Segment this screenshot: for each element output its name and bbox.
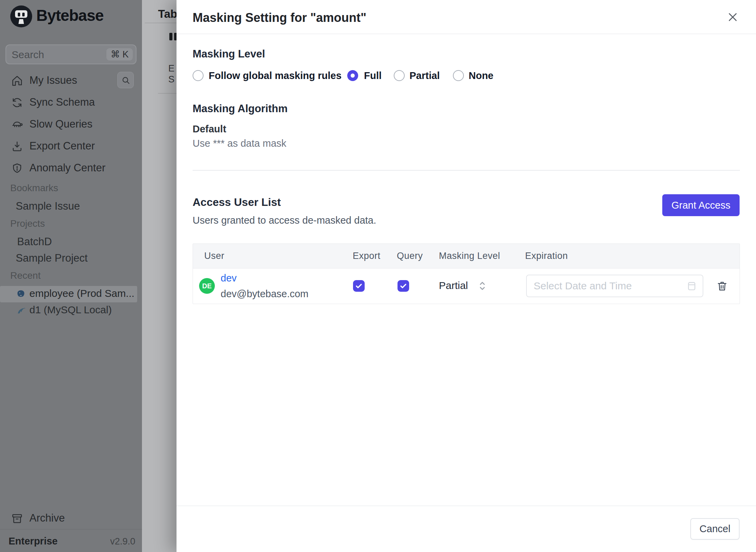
query-checkbox[interactable] <box>397 280 409 292</box>
col-header-user: User <box>204 251 224 261</box>
issue-search-button[interactable] <box>117 72 134 88</box>
access-user-list-description: Users granted to access de-masked data. <box>193 215 376 226</box>
calendar-icon <box>686 280 697 291</box>
underlay-label-e: E <box>168 63 174 74</box>
sidebar-item-d1-db[interactable]: d1 (MySQL Local) <box>29 304 112 316</box>
turtle-icon <box>11 119 23 130</box>
access-user-list-heading: Access User List <box>193 196 281 209</box>
col-header-expiration: Expiration <box>525 251 568 261</box>
expiration-date-input[interactable]: Select Date and Time <box>526 275 703 297</box>
footer-divider <box>177 505 756 506</box>
underlay-label-s: S <box>168 74 174 85</box>
table-header-row: User Export Query Masking Level Expirati… <box>193 244 740 268</box>
grant-access-button[interactable]: Grant Access <box>662 194 740 216</box>
mysql-icon <box>16 305 27 316</box>
col-header-masking-level: Masking Level <box>439 251 500 261</box>
underlay-divider-2 <box>158 93 177 94</box>
header-divider <box>177 34 756 34</box>
search-shortcut-kbd: ⌘ K <box>106 48 133 61</box>
algorithm-name: Default <box>193 123 226 135</box>
radio-partial[interactable] <box>394 70 405 81</box>
sidebar-item-batchd[interactable]: BatchD <box>17 236 52 248</box>
download-icon <box>11 141 23 152</box>
sidebar-item-sample-project[interactable]: Sample Project <box>16 252 88 264</box>
col-header-query: Query <box>397 251 423 261</box>
plan-label[interactable]: Enterprise <box>9 536 57 547</box>
masking-level-select[interactable]: Partial <box>439 280 468 291</box>
cancel-button[interactable]: Cancel <box>690 518 740 540</box>
trash-icon[interactable] <box>716 280 728 292</box>
radio-label-full[interactable]: Full <box>364 69 382 82</box>
radio-full[interactable] <box>347 70 358 81</box>
sync-icon <box>11 97 23 108</box>
dimmed-page-underlay: Tab E S <box>142 0 177 552</box>
shield-icon <box>11 162 23 174</box>
user-name-link[interactable]: dev <box>221 273 237 284</box>
masking-level-heading: Masking Level <box>193 48 265 60</box>
home-icon <box>11 75 23 87</box>
version-label: v2.9.0 <box>110 536 135 547</box>
section-divider <box>193 170 740 171</box>
sidebar-item-sync-schema[interactable]: Sync Schema <box>0 92 142 114</box>
avatar: DE <box>199 278 215 294</box>
underlay-divider <box>145 23 177 23</box>
access-user-table: User Export Query Masking Level Expirati… <box>193 244 740 304</box>
archive-icon <box>11 513 23 524</box>
close-icon[interactable] <box>726 10 740 24</box>
postgres-icon <box>16 289 26 299</box>
bytebase-logo-icon <box>10 5 32 27</box>
radio-label-follow-global[interactable]: Follow global masking rules <box>209 69 341 82</box>
table-row: DE dev dev@bytebase.com Partial Select D… <box>193 268 740 304</box>
sidebar-item-slow-queries[interactable]: Slow Queries <box>0 114 142 135</box>
chevron-up-down-icon[interactable] <box>478 280 487 291</box>
drawer-title: Masking Setting for "amount" <box>193 11 366 25</box>
sidebar-item-employee-db-label: employee (Prod Sam... <box>29 288 134 299</box>
sidebar-item-export-center[interactable]: Export Center <box>0 135 142 157</box>
masking-algorithm-heading: Masking Algorithm <box>193 103 288 115</box>
sidebar-item-archive[interactable]: Archive <box>0 508 142 529</box>
radio-label-partial[interactable]: Partial <box>409 69 440 82</box>
sidebar-item-sample-issue[interactable]: Sample Issue <box>16 200 80 212</box>
sidebar-footer-divider <box>0 529 142 529</box>
sidebar-item-anomaly-center[interactable]: Anomaly Center <box>0 157 142 179</box>
col-header-export: Export <box>353 251 380 261</box>
underlay-tab-heading: Tab <box>158 8 177 21</box>
expiration-placeholder: Select Date and Time <box>534 280 632 292</box>
radio-label-none[interactable]: None <box>469 69 494 82</box>
search-input[interactable]: Search ⌘ K <box>5 44 136 64</box>
sidebar: Bytebase Search ⌘ K My Issues Sync Schem… <box>0 0 142 552</box>
section-label-projects: Projects <box>10 218 45 229</box>
export-checkbox[interactable] <box>353 280 365 292</box>
search-placeholder: Search <box>12 49 44 61</box>
user-email: dev@bytebase.com <box>221 288 309 300</box>
section-label-bookmarks: Bookmarks <box>10 183 58 194</box>
masking-setting-drawer: Masking Setting for "amount" Masking Lev… <box>177 0 756 552</box>
bytebase-app: Bytebase Search ⌘ K My Issues Sync Schem… <box>0 0 756 552</box>
radio-follow-global[interactable] <box>193 70 204 81</box>
brand-title: Bytebase <box>36 6 104 25</box>
algorithm-description: Use *** as data mask <box>193 138 286 149</box>
radio-none[interactable] <box>453 70 464 81</box>
section-label-recent: Recent <box>10 270 41 281</box>
